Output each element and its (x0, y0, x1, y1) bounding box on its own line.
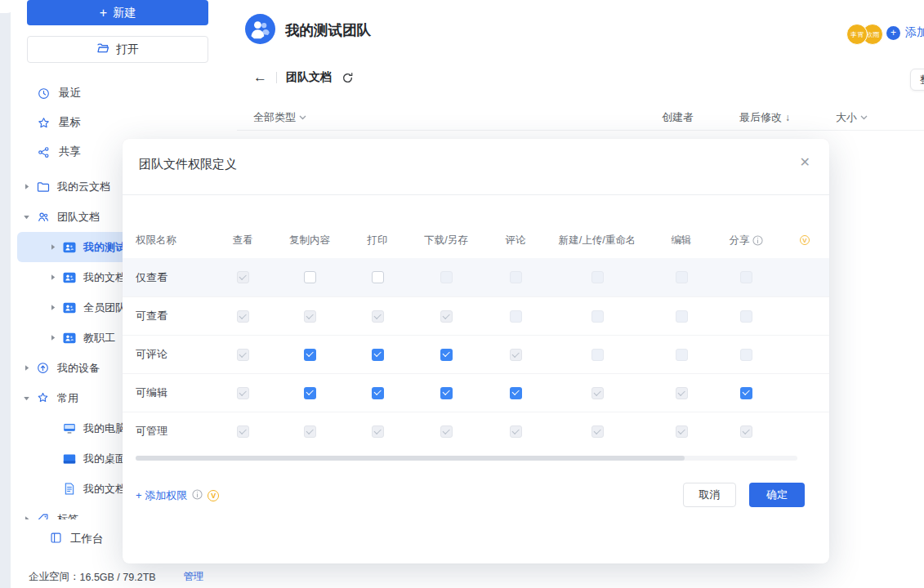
sidebar-item-recent[interactable]: 最近 (11, 78, 216, 108)
perm-column-header: 查看 (233, 234, 253, 247)
team-icon (36, 211, 50, 224)
caret-down-icon[interactable] (23, 214, 30, 220)
sidebar-item-label: 我的桌面 (83, 452, 126, 466)
clipped-column-v-icon: V (800, 235, 810, 245)
sidebar-item-label: 最近 (59, 86, 81, 100)
permission-row-仅查看: 仅查看 (123, 258, 829, 296)
sidebar-item-starred[interactable]: 星标 (11, 108, 216, 137)
breadcrumb-label[interactable]: 团队文档 (286, 70, 332, 85)
perm-column-header: 打印 (368, 234, 388, 247)
caret-right-icon[interactable] (49, 334, 56, 341)
member-avatar-1[interactable]: 李霄 (846, 24, 868, 45)
scrollbar-thumb[interactable] (136, 456, 685, 461)
permission-row-label: 可编辑 (136, 385, 167, 400)
checkbox-checked[interactable] (372, 349, 384, 361)
checkbox-checked-disabled (237, 425, 249, 438)
add-member-button[interactable]: + 添加 (886, 25, 924, 40)
pin-icon (36, 392, 50, 405)
checkbox-checked[interactable] (304, 349, 316, 361)
perm-column-header: 评论 (506, 234, 526, 247)
checkbox-checked-disabled (510, 349, 522, 361)
caret-right-icon[interactable] (49, 304, 56, 311)
checkbox-checked[interactable] (440, 349, 453, 361)
perm-column-label: 下载/另存 (424, 234, 467, 247)
sidebar-item-label: 共享 (59, 145, 81, 159)
member-avatar-2-label: 欣雨 (866, 30, 879, 39)
tag-icon (36, 513, 50, 520)
checkbox-unchecked-disabled (676, 310, 688, 323)
dialog-divider (123, 194, 829, 195)
checkbox-checked-disabled (237, 271, 249, 283)
folder-open-icon (96, 42, 109, 57)
refresh-icon[interactable] (341, 72, 354, 84)
manage-storage-link[interactable]: 管理 (184, 570, 204, 584)
file-list-header: 全部类型 创建者 最后修改 ↓ 大小 (237, 106, 924, 131)
add-permission-link[interactable]: + 添加权限 (136, 488, 187, 503)
star-icon (37, 116, 50, 129)
perm-column-label: 查看 (233, 234, 253, 247)
open-button[interactable]: 打开 (27, 36, 208, 63)
checkbox-checked-disabled (304, 310, 316, 323)
cancel-button[interactable]: 取消 (683, 483, 736, 507)
storage-meter: 企业空间： 16.5GB / 79.2TB 管理 (29, 570, 216, 584)
caret-down-icon[interactable] (23, 395, 30, 402)
checkbox-checked-disabled (304, 425, 316, 438)
checkbox-unchecked-disabled (591, 271, 604, 283)
caret-right-icon[interactable] (23, 515, 30, 519)
checkbox-checked[interactable] (372, 387, 384, 399)
checkbox-checked-disabled (676, 425, 688, 438)
sidebar-item-label: 团队文档 (57, 210, 100, 225)
chevron-down-icon (299, 115, 306, 120)
checkbox-unchecked[interactable] (304, 271, 316, 283)
perm-column-header: 权限名称 (136, 234, 176, 247)
plus-icon: + (100, 7, 107, 20)
permission-row-可编辑: 可编辑 (123, 373, 829, 412)
caret-right-icon[interactable] (23, 364, 30, 372)
checkbox-unchecked-disabled (440, 271, 453, 283)
back-arrow-icon[interactable]: ← (253, 69, 267, 86)
clock-icon (37, 87, 50, 100)
sidebar-item-label: 我的云文档 (57, 180, 110, 194)
column-modified[interactable]: 最后修改 ↓ (739, 110, 790, 125)
sidebar-item-label: 我的文档 (83, 482, 126, 497)
caret-right-icon[interactable] (23, 183, 30, 190)
team-folder-icon (62, 271, 76, 284)
caret-right-icon[interactable] (49, 243, 56, 251)
checkbox-checked[interactable] (510, 387, 522, 399)
checkbox-unchecked[interactable] (372, 271, 384, 283)
team-folder-icon (62, 332, 76, 345)
checkbox-checked[interactable] (304, 387, 316, 399)
caret-right-icon[interactable] (49, 274, 56, 281)
column-size[interactable]: 大小 (836, 110, 868, 125)
permission-table: 仅查看可查看可评论可编辑可管理 (123, 258, 829, 450)
storage-value: 16.5GB / 79.2TB (80, 572, 156, 583)
permission-row-label: 可查看 (136, 309, 167, 323)
document-icon (62, 483, 76, 496)
corner-button[interactable]: 整 (910, 69, 924, 91)
sort-desc-icon: ↓ (785, 112, 790, 123)
checkbox-checked[interactable] (440, 387, 453, 399)
column-size-label: 大小 (836, 110, 857, 125)
column-creator[interactable]: 创建者 (662, 110, 694, 125)
checkbox-checked[interactable] (740, 387, 752, 399)
type-filter-dropdown[interactable]: 全部类型 (253, 110, 306, 125)
dialog-title: 团队文件权限定义 (139, 157, 237, 172)
new-button[interactable]: + 新建 (27, 0, 208, 25)
column-modified-label: 最后修改 (739, 110, 782, 125)
info-icon[interactable] (192, 488, 203, 503)
close-icon[interactable]: ✕ (800, 156, 810, 169)
window-left-rail (0, 0, 11, 588)
confirm-button[interactable]: 确定 (749, 483, 805, 507)
sidebar-item-label: 星标 (59, 115, 81, 130)
team-folder-icon (62, 301, 76, 314)
info-icon[interactable] (752, 235, 763, 246)
checkbox-checked-disabled (591, 425, 604, 438)
perm-column-label: 复制内容 (289, 234, 330, 247)
folder-icon (36, 180, 50, 194)
checkbox-unchecked-disabled (591, 310, 604, 323)
workbench-label: 工作台 (70, 532, 104, 546)
desktop-icon (62, 452, 76, 466)
horizontal-scrollbar[interactable] (136, 456, 797, 461)
page-title: 我的测试团队 (285, 20, 371, 40)
permission-table-header: 权限名称查看复制内容打印下载/另存评论新建/上传/重命名编辑分享 (123, 230, 829, 250)
